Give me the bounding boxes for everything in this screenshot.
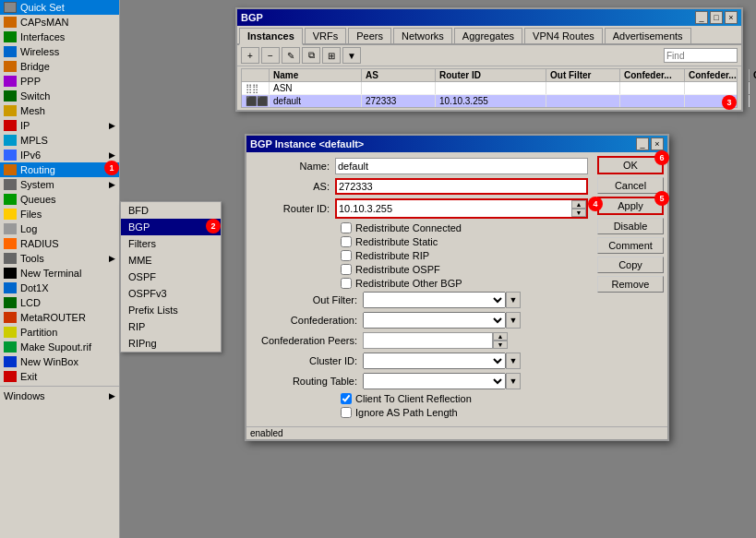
remove-button[interactable]: Remove — [597, 276, 664, 293]
submenu-filters[interactable]: Filters — [121, 235, 221, 252]
dialog-minimize-button[interactable]: _ — [636, 137, 649, 150]
conf-peers-up-button[interactable]: ▲ — [493, 332, 508, 341]
name-input[interactable] — [335, 158, 588, 174]
sidebar-divider — [0, 386, 119, 387]
sidebar-item-system[interactable]: System ▶ — [0, 177, 119, 192]
copy-toolbar-button[interactable]: ⧉ — [302, 47, 320, 64]
sidebar-item-radius[interactable]: RADIUS — [0, 236, 119, 251]
router-id-up-button[interactable]: ▲ — [571, 200, 586, 209]
out-filter-select[interactable] — [363, 292, 506, 308]
sidebar-item-bridge[interactable]: Bridge — [0, 59, 119, 74]
routing-table-dropdown[interactable]: ▼ — [506, 373, 521, 389]
dialog-close-button[interactable]: × — [651, 137, 664, 150]
confederation-dropdown[interactable]: ▼ — [506, 312, 521, 329]
tab-aggregates[interactable]: Aggregates — [454, 28, 522, 43]
header-name: Name — [270, 69, 362, 81]
sidebar-item-windows[interactable]: Windows ▶ — [0, 389, 119, 403]
as-input[interactable] — [335, 178, 588, 195]
sidebar-item-partition[interactable]: Partition — [0, 325, 119, 340]
sidebar-item-ppp[interactable]: PPP — [0, 74, 119, 89]
sidebar-item-exit[interactable]: Exit — [0, 369, 119, 384]
submenu-ripng[interactable]: RIPng — [121, 335, 221, 352]
routing-table-select[interactable] — [363, 373, 506, 389]
submenu-mme[interactable]: MME — [121, 252, 221, 269]
redistribute-connected-checkbox[interactable] — [341, 222, 352, 233]
tab-vpn4routes[interactable]: VPN4 Routes — [524, 28, 603, 43]
redistribute-static-checkbox[interactable] — [341, 236, 352, 247]
windows-arrow-icon: ▶ — [109, 391, 115, 401]
conf-peers-down-button[interactable]: ▼ — [493, 341, 508, 349]
remove-button[interactable]: − — [261, 47, 280, 64]
out-filter-dropdown[interactable]: ▼ — [506, 292, 521, 308]
tab-advertisements[interactable]: Advertisements — [605, 28, 691, 43]
sidebar-item-queues[interactable]: Queues — [0, 192, 119, 207]
client-reflection-checkbox[interactable] — [341, 393, 352, 404]
sidebar-item-routing[interactable]: Routing ▶ 1 — [0, 162, 119, 177]
cancel-button[interactable]: Cancel — [597, 177, 664, 194]
confederation-peers-input[interactable] — [363, 332, 493, 349]
filter-button[interactable]: ▼ — [342, 47, 361, 64]
header-icon — [242, 69, 270, 81]
sidebar-item-lcd[interactable]: LCD — [0, 295, 119, 310]
copy-button[interactable]: Copy — [597, 257, 664, 273]
ignore-as-path-checkbox[interactable] — [341, 407, 352, 418]
ignore-as-path-row: Ignore AS Path Length — [252, 407, 588, 418]
sidebar-item-mesh[interactable]: Mesh — [0, 103, 119, 118]
redistribute-static-row: Redistribute Static — [252, 236, 588, 247]
sidebar-item-metarouter[interactable]: MetaROUTER — [0, 310, 119, 325]
sidebar-item-ipv6[interactable]: IPv6 ▶ — [0, 148, 119, 162]
bgp-minimize-button[interactable]: _ — [695, 11, 708, 24]
sidebar-item-log[interactable]: Log — [0, 221, 119, 236]
tab-networks[interactable]: Networks — [393, 28, 452, 43]
submenu-bgp[interactable]: BGP 2 — [121, 219, 221, 235]
cluster-id-select[interactable] — [363, 353, 506, 369]
add-button[interactable]: + — [241, 47, 259, 64]
search-input[interactable] — [664, 48, 738, 63]
submenu-bfd[interactable]: BFD — [121, 202, 221, 219]
sort-button[interactable]: ⊞ — [322, 47, 341, 64]
router-id-input[interactable] — [337, 200, 571, 217]
disable-button[interactable]: Disable — [597, 218, 664, 234]
redistribute-other-bgp-checkbox[interactable] — [341, 278, 352, 289]
tab-vrfs[interactable]: VRFs — [305, 28, 347, 43]
table-header: Name AS Router ID Out Filter Confeder...… — [242, 69, 737, 82]
sidebar-item-interfaces[interactable]: Interfaces — [0, 30, 119, 44]
sidebar-label-newwinbox: New WinBox — [20, 356, 115, 367]
ok-button[interactable]: OK 6 — [597, 156, 664, 174]
redistribute-rip-checkbox[interactable] — [341, 250, 352, 261]
comment-button[interactable]: Comment — [597, 237, 664, 254]
sidebar-item-ip[interactable]: IP ▶ — [0, 118, 119, 133]
dialog-buttons: OK 6 Cancel Apply 5 Disable Comment Copy… — [594, 152, 667, 426]
confederation-select[interactable] — [363, 312, 506, 329]
sidebar-item-makesupout[interactable]: Make Supout.rif — [0, 340, 119, 354]
routing-table-label: Routing Table: — [252, 376, 363, 387]
table-row[interactable]: ⣿⣿ ASN — [242, 82, 737, 95]
bgp-maximize-button[interactable]: □ — [710, 11, 723, 24]
edit-button[interactable]: ✎ — [282, 47, 300, 64]
sidebar-item-wireless[interactable]: Wireless — [0, 44, 119, 59]
redistribute-other-bgp-label: Redistribute Other BGP — [355, 278, 462, 289]
sidebar-item-files[interactable]: Files — [0, 207, 119, 221]
sidebar-item-dot1x[interactable]: Dot1X — [0, 281, 119, 295]
router-id-down-button[interactable]: ▼ — [571, 209, 586, 217]
tab-peers[interactable]: Peers — [348, 28, 391, 43]
sidebar-item-newwinbox[interactable]: New WinBox — [0, 354, 119, 369]
submenu-ospfv3[interactable]: OSPFv3 — [121, 285, 221, 302]
submenu-rip[interactable]: RIP — [121, 318, 221, 335]
sidebar-item-switch[interactable]: Switch — [0, 89, 119, 103]
submenu-prefix-lists[interactable]: Prefix Lists — [121, 302, 221, 318]
sidebar-item-capsman[interactable]: CAPsMAN — [0, 15, 119, 30]
bgp-badge: 2 — [206, 219, 221, 233]
sidebar-item-mpls[interactable]: MPLS — [0, 133, 119, 148]
apply-button[interactable]: Apply 5 — [597, 197, 664, 215]
redistribute-ospf-checkbox[interactable] — [341, 264, 352, 275]
tab-instances[interactable]: Instances — [239, 28, 303, 45]
sidebar-item-newterminal[interactable]: New Terminal — [0, 266, 119, 281]
bgp-close-button[interactable]: × — [725, 11, 738, 24]
table-row-selected[interactable]: ⬛⬛ default 272333 10.10.3.255 3 — [242, 95, 737, 107]
submenu-ospf[interactable]: OSPF — [121, 269, 221, 285]
sidebar-item-tools[interactable]: Tools ▶ — [0, 251, 119, 266]
sidebar-item-quickset[interactable]: Quick Set — [0, 0, 119, 15]
cluster-id-dropdown[interactable]: ▼ — [506, 353, 521, 369]
confederation-peers-label: Confederation Peers: — [252, 335, 363, 346]
